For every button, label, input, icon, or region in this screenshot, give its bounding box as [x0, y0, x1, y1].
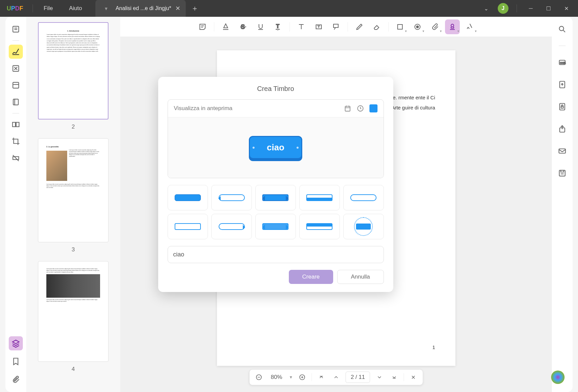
svg-point-27 — [559, 26, 564, 31]
titlebar: UPDF File Aiuto ▾ Analisi ed ...e di Jin… — [0, 0, 578, 17]
tab-dropdown-icon[interactable]: ▾ — [101, 5, 112, 12]
svg-rect-35 — [559, 149, 566, 153]
tab-title: Analisi ed ...e di Jingju* — [116, 5, 171, 11]
protect-icon[interactable] — [555, 100, 569, 114]
svg-rect-17 — [334, 24, 338, 28]
thumbnail-page-4[interactable]: Lorem ipsum dolor sit amet consectetur a… — [38, 261, 108, 362]
color-picker[interactable] — [369, 104, 377, 112]
squiggly-tool-icon[interactable]: T — [271, 19, 285, 34]
bookmark-icon[interactable] — [9, 354, 23, 369]
svg-rect-37 — [345, 106, 350, 111]
ocr-icon[interactable]: OCR — [555, 55, 569, 69]
close-button[interactable]: ✕ — [560, 3, 573, 14]
share-icon[interactable] — [555, 122, 569, 136]
crop-tool-icon[interactable] — [9, 134, 23, 148]
save-icon[interactable] — [555, 166, 569, 180]
menu-file[interactable]: File — [36, 5, 61, 12]
attach-tool-icon[interactable] — [428, 19, 442, 34]
search-icon[interactable] — [555, 22, 569, 36]
next-page-button[interactable] — [374, 372, 385, 383]
svg-line-10 — [13, 155, 18, 161]
minimize-button[interactable]: ─ — [525, 3, 537, 14]
attachment-icon[interactable] — [9, 373, 23, 387]
zoom-in-button[interactable] — [297, 372, 308, 383]
left-toolbar — [5, 17, 26, 392]
create-stamp-dialog: Crea Timbro Visualizza in anteprima ciao — [158, 77, 393, 292]
signature-tool-icon[interactable] — [462, 19, 477, 34]
strikethrough-tool-icon[interactable]: S — [236, 19, 251, 34]
prev-page-button[interactable] — [331, 372, 342, 383]
text-tool-icon[interactable] — [294, 19, 309, 34]
first-page-button[interactable] — [316, 372, 327, 383]
cancel-button[interactable]: Annulla — [337, 270, 384, 284]
textbox-tool-icon[interactable] — [311, 19, 326, 34]
underline-tool-icon[interactable] — [253, 19, 268, 34]
ai-assistant-button[interactable] — [551, 371, 565, 384]
svg-rect-36 — [559, 170, 565, 176]
stamp-shape-1[interactable] — [168, 185, 208, 210]
stamp-shape-2[interactable] — [211, 185, 252, 210]
user-avatar[interactable]: J — [498, 3, 508, 14]
svg-rect-4 — [13, 82, 18, 88]
stamp-shape-3[interactable] — [255, 185, 296, 210]
stamp-shape-5[interactable] — [343, 185, 384, 210]
redact-tool-icon[interactable] — [9, 151, 23, 165]
thumbnail-page-2[interactable]: 1. Introduzione Lorem ipsum dolor sit am… — [38, 22, 108, 119]
svg-text:OCR: OCR — [560, 61, 566, 64]
note-tool-icon[interactable] — [195, 19, 210, 34]
stamp-text-input[interactable] — [168, 246, 384, 263]
sticker-tool-icon[interactable] — [410, 19, 425, 34]
thumbnail-page-3[interactable]: 2. La generalità Lorem ipsum dolor sit a… — [38, 138, 108, 242]
stamp-shape-grid — [168, 185, 384, 239]
stamp-shape-10[interactable] — [343, 214, 384, 239]
chevron-down-icon[interactable]: ⌄ — [480, 3, 492, 14]
close-zoom-button[interactable]: ✕ — [408, 372, 419, 383]
time-toggle-icon[interactable] — [357, 105, 364, 112]
stamp-preview: ciao — [249, 136, 302, 159]
thumbnails-panel-icon[interactable] — [9, 336, 23, 350]
dialog-title: Crea Timbro — [168, 85, 384, 93]
highlight-tool-icon[interactable] — [218, 19, 233, 34]
document-tab[interactable]: ▾ Analisi ed ...e di Jingju* ✕ — [95, 0, 185, 17]
zoom-bar: 80% ▼ 2 / 11 ✕ — [249, 369, 423, 385]
stamp-tool-icon[interactable] — [445, 19, 460, 34]
create-button[interactable]: Creare — [289, 270, 333, 284]
svg-rect-8 — [16, 122, 19, 127]
stamp-shape-8[interactable] — [255, 214, 296, 239]
edit-tool-icon[interactable] — [9, 61, 23, 76]
convert-icon[interactable] — [555, 78, 569, 92]
svg-rect-7 — [12, 122, 15, 127]
annotation-toolbar: S T — [120, 17, 552, 37]
form-tool-icon[interactable] — [9, 95, 23, 109]
menu-help[interactable]: Aiuto — [61, 5, 90, 12]
maximize-button[interactable]: ☐ — [542, 3, 555, 14]
svg-rect-18 — [398, 24, 402, 29]
new-tab-button[interactable]: ＋ — [191, 3, 198, 13]
thumbnails-panel: 1. Introduzione Lorem ipsum dolor sit am… — [26, 17, 120, 392]
stamp-shape-6[interactable] — [168, 214, 208, 239]
shape-tool-icon[interactable] — [393, 19, 407, 34]
stamp-shape-9[interactable] — [299, 214, 340, 239]
comment-tool-icon[interactable] — [9, 45, 23, 59]
last-page-button[interactable] — [389, 372, 400, 383]
callout-tool-icon[interactable] — [329, 19, 344, 34]
thumbnail-label: 4 — [72, 366, 75, 373]
page-tool-icon[interactable] — [9, 78, 23, 92]
right-toolbar: OCR — [552, 17, 573, 392]
email-icon[interactable] — [555, 144, 569, 158]
stamp-shape-4[interactable] — [299, 185, 340, 210]
svg-point-20 — [416, 26, 418, 28]
app-logo: UPDF — [0, 5, 30, 12]
stamp-shape-7[interactable] — [211, 214, 252, 239]
page-indicator[interactable]: 2 / 11 — [346, 372, 370, 383]
svg-rect-6 — [13, 99, 18, 105]
zoom-dropdown-icon[interactable]: ▼ — [289, 375, 293, 380]
eraser-tool-icon[interactable] — [369, 19, 384, 34]
tab-close-icon[interactable]: ✕ — [175, 5, 180, 12]
reader-tool-icon[interactable] — [9, 22, 23, 36]
zoom-out-button[interactable] — [253, 372, 264, 383]
date-toggle-icon[interactable] — [344, 105, 351, 112]
organize-tool-icon[interactable] — [9, 117, 23, 132]
svg-rect-33 — [561, 106, 564, 108]
pencil-tool-icon[interactable] — [352, 19, 367, 34]
